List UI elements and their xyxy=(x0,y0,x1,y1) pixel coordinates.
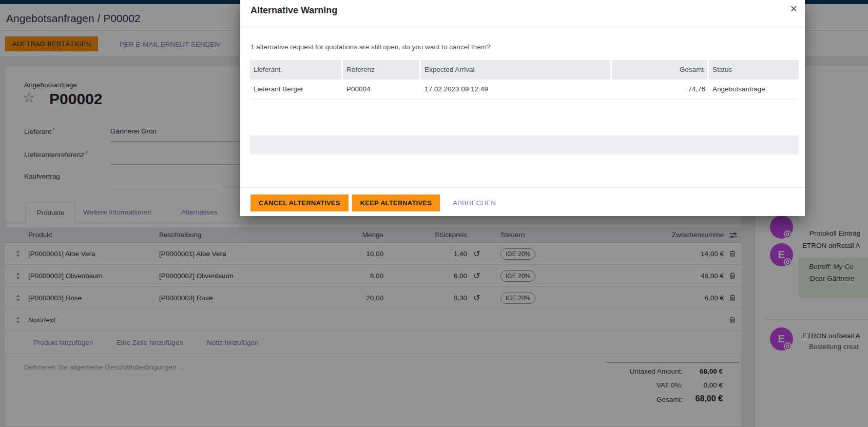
cell-referenz: P00004 xyxy=(343,80,421,99)
alternative-row[interactable]: Lieferant Berger P00004 17.02.2023 09:12… xyxy=(250,80,799,100)
app-window: Angebotsanfragen / P00002 AUFTRAG BESTÄT… xyxy=(0,0,868,427)
alternative-warning-dialog: Alternative Warning × 1 alternative requ… xyxy=(240,0,805,216)
column-header-status: Status xyxy=(709,60,799,80)
close-icon[interactable]: × xyxy=(790,3,797,15)
empty-row xyxy=(250,118,799,135)
column-header-gesamt: Gesamt xyxy=(612,60,709,80)
cell-lieferant: Lieferant Berger xyxy=(250,80,343,99)
alternatives-table: Lieferant Referenz Expected Arrival Gesa… xyxy=(250,60,799,173)
dialog-footer-divider xyxy=(240,187,805,188)
column-header-referenz: Referenz xyxy=(343,60,421,80)
column-header-expected-arrival: Expected Arrival xyxy=(421,60,612,80)
cell-status: Angebotsanfrage xyxy=(709,80,799,99)
empty-row xyxy=(250,135,799,154)
dialog-title: Alternative Warning xyxy=(250,5,337,16)
cell-expected-arrival: 17.02.2023 09:12:49 xyxy=(421,80,612,99)
dialog-header-divider xyxy=(240,27,805,27)
cell-gesamt: 74,76 xyxy=(612,80,709,99)
keep-alternatives-button[interactable]: KEEP ALTERNATIVES xyxy=(352,195,440,211)
alternatives-table-header: Lieferant Referenz Expected Arrival Gesa… xyxy=(250,60,799,80)
abbrechen-button[interactable]: ABBRECHEN xyxy=(453,199,496,207)
dialog-footer: CANCEL ALTERNATIVES KEEP ALTERNATIVES AB… xyxy=(250,195,496,211)
empty-row xyxy=(250,100,799,118)
cancel-alternatives-button[interactable]: CANCEL ALTERNATIVES xyxy=(250,195,349,211)
column-header-lieferant: Lieferant xyxy=(250,60,343,80)
dialog-message: 1 alternative request for quotations are… xyxy=(250,43,491,51)
empty-row xyxy=(250,154,799,173)
